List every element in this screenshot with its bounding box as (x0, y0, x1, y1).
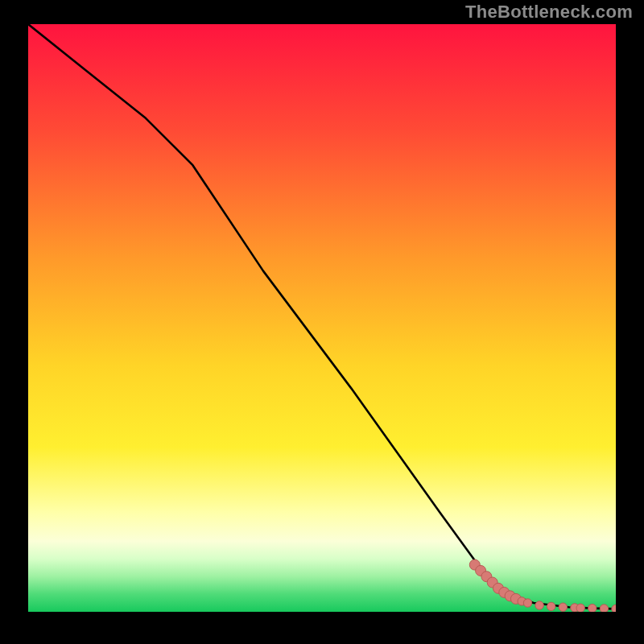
data-point (600, 605, 608, 612)
plot-area (28, 24, 616, 612)
data-point (535, 601, 543, 609)
data-point (576, 604, 584, 612)
chart-svg (28, 24, 616, 612)
gradient-background (28, 24, 616, 612)
watermark-text: TheBottleneck.com (465, 2, 633, 23)
chart-frame: TheBottleneck.com (0, 0, 644, 644)
data-point (559, 603, 567, 611)
data-point (547, 602, 555, 610)
data-point (523, 599, 531, 607)
data-point (588, 604, 597, 612)
